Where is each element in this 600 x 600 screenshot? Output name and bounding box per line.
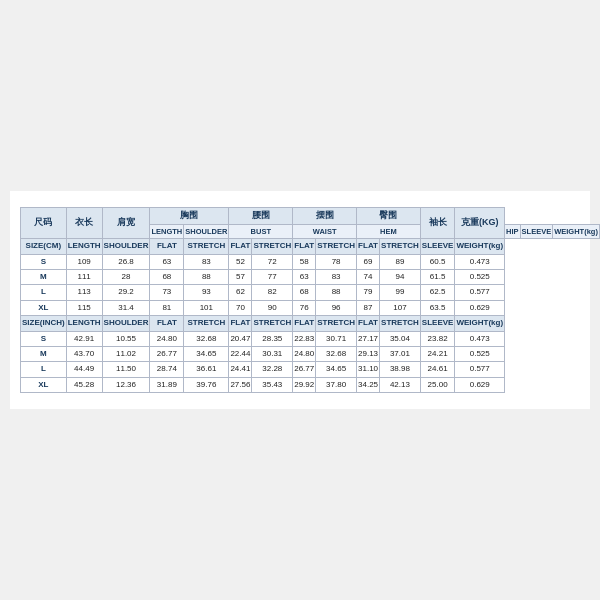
hip-stretch-xl-inch: 42.13 — [380, 377, 421, 392]
table-row: L 113 29.2 73 93 62 82 68 88 79 99 62.5 … — [21, 285, 600, 300]
length-l-inch: 44.49 — [66, 362, 102, 377]
inch-weight-label: WEIGHT(kg) — [455, 316, 505, 331]
waist-stretch-s-cm: 72 — [252, 254, 293, 269]
bust-stretch-m-cm: 88 — [184, 270, 229, 285]
en-weight-header: WEIGHT(kg) — [553, 224, 600, 239]
weight-s-inch: 0.473 — [455, 331, 505, 346]
en-hip-header: HIP — [505, 224, 521, 239]
bust-flat-l-inch: 28.74 — [150, 362, 184, 377]
zh-header-row: 尺码 衣长 肩宽 胸围 腰围 摆围 臀围 袖长 克重(KG) — [21, 207, 600, 224]
table-row: XL 45.28 12.36 31.89 39.76 27.56 35.43 2… — [21, 377, 600, 392]
waist-stretch-xl-inch: 35.43 — [252, 377, 293, 392]
hem-flat-s-cm: 58 — [293, 254, 316, 269]
bust-stretch-m-inch: 34.65 — [184, 347, 229, 362]
hip-stretch-m-cm: 94 — [380, 270, 421, 285]
zh-length-header: 衣长 — [66, 207, 102, 238]
shoulder-xl-inch: 12.36 — [102, 377, 150, 392]
bust-stretch-l-cm: 93 — [184, 285, 229, 300]
hem-flat-m-cm: 63 — [293, 270, 316, 285]
size-s-cm: S — [21, 254, 67, 269]
inch-label: SIZE(INCH) — [21, 316, 67, 331]
sleeve-s-inch: 23.82 — [420, 331, 455, 346]
zh-weight-header: 克重(KG) — [455, 207, 505, 238]
shoulder-m-inch: 11.02 — [102, 347, 150, 362]
en-bust-header: BUST — [229, 224, 293, 239]
bust-flat-s-cm: 63 — [150, 254, 184, 269]
inch-hem-stretch-label: STRETCH — [316, 316, 357, 331]
waist-flat-s-cm: 52 — [229, 254, 252, 269]
cm-hem-stretch-label: STRETCH — [316, 239, 357, 254]
waist-flat-s-inch: 20.47 — [229, 331, 252, 346]
table-row: M 43.70 11.02 26.77 34.65 22.44 30.31 24… — [21, 347, 600, 362]
size-chart-table: 尺码 衣长 肩宽 胸围 腰围 摆围 臀围 袖长 克重(KG) LENGTH SH… — [20, 207, 600, 393]
inch-hem-flat-label: FLAT — [293, 316, 316, 331]
bust-stretch-xl-inch: 39.76 — [184, 377, 229, 392]
hem-stretch-l-inch: 34.65 — [316, 362, 357, 377]
waist-stretch-l-cm: 82 — [252, 285, 293, 300]
size-l-cm: L — [21, 285, 67, 300]
waist-flat-m-cm: 57 — [229, 270, 252, 285]
inch-shoulder-label: SHOULDER — [102, 316, 150, 331]
shoulder-s-inch: 10.55 — [102, 331, 150, 346]
zh-hip-header: 臀围 — [357, 207, 421, 224]
sleeve-l-inch: 24.61 — [420, 362, 455, 377]
hip-stretch-l-cm: 99 — [380, 285, 421, 300]
table-row: S 109 26.8 63 83 52 72 58 78 69 89 60.5 … — [21, 254, 600, 269]
cm-bust-flat-label: FLAT — [150, 239, 184, 254]
zh-hem-header: 摆围 — [293, 207, 357, 224]
inch-hip-flat-label: FLAT — [357, 316, 380, 331]
hip-flat-l-inch: 31.10 — [357, 362, 380, 377]
hip-stretch-s-cm: 89 — [380, 254, 421, 269]
size-m-cm: M — [21, 270, 67, 285]
cm-waist-stretch-label: STRETCH — [252, 239, 293, 254]
size-xl-cm: XL — [21, 300, 67, 315]
cm-hip-stretch-label: STRETCH — [380, 239, 421, 254]
hem-flat-s-inch: 22.83 — [293, 331, 316, 346]
hem-stretch-xl-cm: 96 — [316, 300, 357, 315]
shoulder-m-cm: 28 — [102, 270, 150, 285]
hem-stretch-m-inch: 32.68 — [316, 347, 357, 362]
cm-weight-label: WEIGHT(kg) — [455, 239, 505, 254]
bust-stretch-s-cm: 83 — [184, 254, 229, 269]
bust-stretch-l-inch: 36.61 — [184, 362, 229, 377]
waist-flat-xl-cm: 70 — [229, 300, 252, 315]
waist-stretch-m-cm: 77 — [252, 270, 293, 285]
cm-hip-flat-label: FLAT — [357, 239, 380, 254]
hip-flat-xl-inch: 34.25 — [357, 377, 380, 392]
table-row: L 44.49 11.50 28.74 36.61 24.41 32.28 26… — [21, 362, 600, 377]
inch-length-label: LENGTH — [66, 316, 102, 331]
length-xl-inch: 45.28 — [66, 377, 102, 392]
hip-flat-s-cm: 69 — [357, 254, 380, 269]
sleeve-s-cm: 60.5 — [420, 254, 455, 269]
sleeve-m-inch: 24.21 — [420, 347, 455, 362]
table-row: M 111 28 68 88 57 77 63 83 74 94 61.5 0.… — [21, 270, 600, 285]
table-row: XL 115 31.4 81 101 70 90 76 96 87 107 63… — [21, 300, 600, 315]
length-s-inch: 42.91 — [66, 331, 102, 346]
bust-flat-l-cm: 73 — [150, 285, 184, 300]
waist-flat-m-inch: 22.44 — [229, 347, 252, 362]
table-row: S 42.91 10.55 24.80 32.68 20.47 28.35 22… — [21, 331, 600, 346]
inch-waist-stretch-label: STRETCH — [252, 316, 293, 331]
bust-stretch-s-inch: 32.68 — [184, 331, 229, 346]
hem-flat-l-cm: 68 — [293, 285, 316, 300]
hip-stretch-m-inch: 37.01 — [380, 347, 421, 362]
length-s-cm: 109 — [66, 254, 102, 269]
cm-shoulder-label: SHOULDER — [102, 239, 150, 254]
zh-sleeve-header: 袖长 — [420, 207, 455, 238]
hem-stretch-s-cm: 78 — [316, 254, 357, 269]
inch-section-header: SIZE(INCH) LENGTH SHOULDER FLAT STRETCH … — [21, 316, 600, 331]
hip-flat-m-cm: 74 — [357, 270, 380, 285]
waist-stretch-l-inch: 32.28 — [252, 362, 293, 377]
en-sleeve-header: SLEEVE — [520, 224, 553, 239]
hem-flat-m-inch: 24.80 — [293, 347, 316, 362]
waist-flat-xl-inch: 27.56 — [229, 377, 252, 392]
bust-flat-s-inch: 24.80 — [150, 331, 184, 346]
shoulder-xl-cm: 31.4 — [102, 300, 150, 315]
zh-waist-header: 腰围 — [229, 207, 293, 224]
cm-hem-flat-label: FLAT — [293, 239, 316, 254]
sleeve-xl-cm: 63.5 — [420, 300, 455, 315]
inch-bust-flat-label: FLAT — [150, 316, 184, 331]
size-m-inch: M — [21, 347, 67, 362]
cm-sleeve-label: SLEEVE — [420, 239, 455, 254]
cm-label: SIZE(CM) — [21, 239, 67, 254]
